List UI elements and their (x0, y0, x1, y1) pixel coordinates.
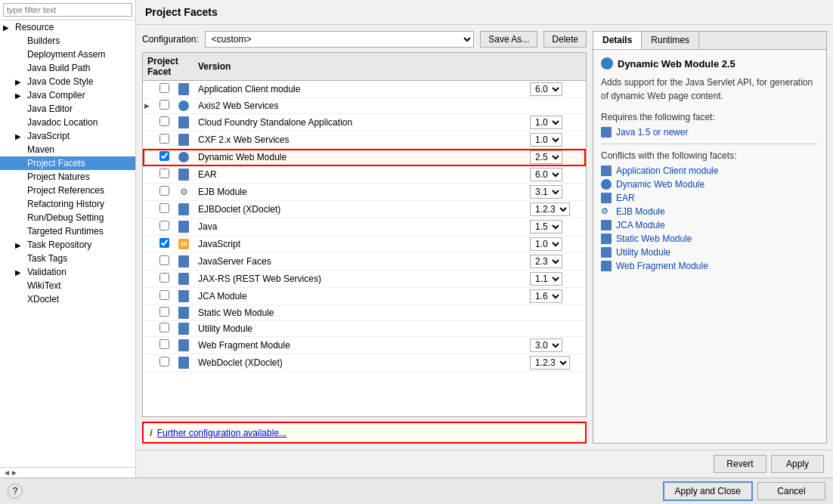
row-checkbox-cell (155, 81, 174, 98)
info-icon: i (150, 427, 153, 438)
delete-button[interactable]: Delete (543, 31, 587, 48)
table-row[interactable]: Cloud Foundry Standalone Application1.0 (143, 114, 586, 131)
sidebar-item-project-facets[interactable]: Project Facets (0, 156, 135, 170)
facet-checkbox[interactable] (159, 169, 169, 178)
sidebar-item-xdoclet[interactable]: XDoclet (0, 292, 135, 306)
table-row[interactable]: Web Fragment Module3.0 (143, 337, 586, 354)
requires-item: Java 1.5 or newer (601, 127, 819, 138)
sidebar-item-validation[interactable]: ▶Validation (0, 265, 135, 279)
sidebar-item-java-code-style[interactable]: ▶Java Code Style (0, 75, 135, 88)
facet-checkbox[interactable] (159, 307, 169, 317)
version-select[interactable]: 6.0 (530, 82, 562, 96)
sidebar-item-java-editor[interactable]: Java Editor (0, 102, 135, 116)
version-select[interactable]: 1.2.3 (530, 356, 570, 369)
dialog-body: ▶ResourceBuildersDeployment AssemJava Bu… (0, 0, 833, 478)
table-row[interactable]: Utility Module (143, 321, 586, 337)
sidebar-item-javascript[interactable]: ▶JavaScript (0, 129, 135, 143)
row-label-cell: Static Web Module (194, 305, 525, 321)
sidebar-item-task-tags[interactable]: Task Tags (0, 252, 135, 265)
row-label-cell: EAR (194, 166, 525, 184)
table-row[interactable]: JAX-RS (REST Web Services)1.1 (143, 271, 586, 288)
sidebar-item-wikitext[interactable]: WikiText (0, 279, 135, 292)
table-row[interactable]: ⚙EJB Module3.1 (143, 184, 586, 201)
revert-button[interactable]: Revert (714, 455, 766, 473)
facet-checkbox[interactable] (159, 238, 169, 248)
table-row[interactable]: CXF 2.x Web Services1.0 (143, 131, 586, 149)
table-row[interactable]: Static Web Module (143, 305, 586, 321)
facet-checkbox[interactable] (159, 273, 169, 283)
requires-label: Requires the following facet: (601, 112, 819, 122)
sidebar-item-deployment-assem[interactable]: Deployment Assem (0, 48, 135, 61)
sidebar-item-javadoc-location[interactable]: Javadoc Location (0, 116, 135, 129)
further-config-link[interactable]: Further configuration available... (157, 428, 286, 438)
version-select[interactable]: 1.1 (530, 272, 562, 286)
version-select[interactable]: 1.5 (530, 220, 562, 233)
table-row[interactable]: JSJavaScript1.0 (143, 236, 586, 253)
sidebar-item-label: JavaScript (27, 131, 70, 141)
details-separator (601, 144, 819, 144)
facet-checkbox[interactable] (159, 83, 169, 93)
version-select[interactable]: 2.5 (530, 150, 562, 164)
version-select[interactable]: 1.0 (530, 237, 562, 251)
version-select[interactable]: 2.3 (530, 255, 562, 268)
version-select[interactable]: 1.0 (530, 133, 562, 147)
cancel-button[interactable]: Cancel (757, 482, 825, 500)
version-select[interactable]: 1.2.3 (530, 203, 570, 216)
config-select[interactable]: <custom> (205, 31, 475, 48)
sidebar-item-targeted-runtimes[interactable]: Targeted Runtimes (0, 224, 135, 238)
save-as-button[interactable]: Save As... (480, 31, 537, 48)
doc-icon (178, 307, 189, 319)
row-version-cell: 1.0 (525, 236, 586, 253)
facet-checkbox[interactable] (159, 134, 169, 144)
tab-runtimes[interactable]: Runtimes (642, 32, 699, 49)
version-select[interactable]: 3.1 (530, 185, 562, 199)
conflicts-label: Conflicts with the following facets: (601, 150, 819, 161)
sidebar-item-resource[interactable]: ▶Resource (0, 20, 135, 34)
table-row[interactable]: WebDoclet (XDoclet)1.2.3 (143, 354, 586, 372)
table-row[interactable]: JCA Module1.6 (143, 288, 586, 305)
version-select[interactable]: 1.6 (530, 289, 562, 303)
facet-checkbox[interactable] (159, 255, 169, 265)
sidebar-item-builders[interactable]: Builders (0, 34, 135, 48)
sidebar-item-refactoring-history[interactable]: Refactoring History (0, 197, 135, 211)
table-row[interactable]: ▶Axis2 Web Services (143, 98, 586, 114)
table-row[interactable]: Dynamic Web Module2.5 (143, 149, 586, 166)
facet-checkbox[interactable] (159, 100, 169, 110)
facet-checkbox[interactable] (159, 357, 169, 366)
requires-items: Java 1.5 or newer (601, 127, 819, 138)
facet-checkbox[interactable] (159, 116, 169, 126)
sidebar-item-java-compiler[interactable]: ▶Java Compiler (0, 88, 135, 102)
facet-checkbox[interactable] (159, 290, 169, 300)
version-select[interactable]: 3.0 (530, 339, 562, 352)
scroll-left-icon: ◄ (3, 468, 11, 477)
filter-input[interactable] (3, 3, 132, 17)
facet-checkbox[interactable] (159, 323, 169, 332)
row-icon-cell (174, 354, 194, 372)
version-select[interactable]: 6.0 (530, 168, 562, 181)
facet-checkbox[interactable] (159, 151, 169, 161)
sidebar-item-task-repository[interactable]: ▶Task Repository (0, 238, 135, 252)
page-title: Project Facets (136, 0, 833, 25)
sidebar-item-project-natures[interactable]: Project Natures (0, 170, 135, 184)
table-row[interactable]: Java1.5 (143, 218, 586, 236)
row-icon-cell (174, 218, 194, 236)
version-select[interactable]: 1.0 (530, 116, 562, 129)
apply-close-button[interactable]: Apply and Close (663, 481, 753, 501)
facet-checkbox[interactable] (159, 203, 169, 213)
tab-details[interactable]: Details (593, 32, 642, 49)
sidebar-item-project-references[interactable]: Project References (0, 184, 135, 197)
row-label-cell: EJBDoclet (XDoclet) (194, 201, 525, 218)
apply-button[interactable]: Apply (771, 455, 824, 473)
table-row[interactable]: Application Client module6.0 (143, 81, 586, 98)
help-button[interactable]: ? (8, 484, 23, 499)
facet-checkbox[interactable] (159, 221, 169, 230)
row-checkbox-cell (155, 201, 174, 218)
sidebar-item-java-build-path[interactable]: Java Build Path (0, 61, 135, 75)
table-row[interactable]: JavaServer Faces2.3 (143, 253, 586, 271)
table-row[interactable]: EJBDoclet (XDoclet)1.2.3 (143, 201, 586, 218)
table-row[interactable]: EAR6.0 (143, 166, 586, 184)
facet-checkbox[interactable] (159, 339, 169, 349)
sidebar-item-run-debug-setting[interactable]: Run/Debug Setting (0, 211, 135, 224)
facet-checkbox[interactable] (159, 186, 169, 196)
sidebar-item-maven[interactable]: Maven (0, 143, 135, 156)
